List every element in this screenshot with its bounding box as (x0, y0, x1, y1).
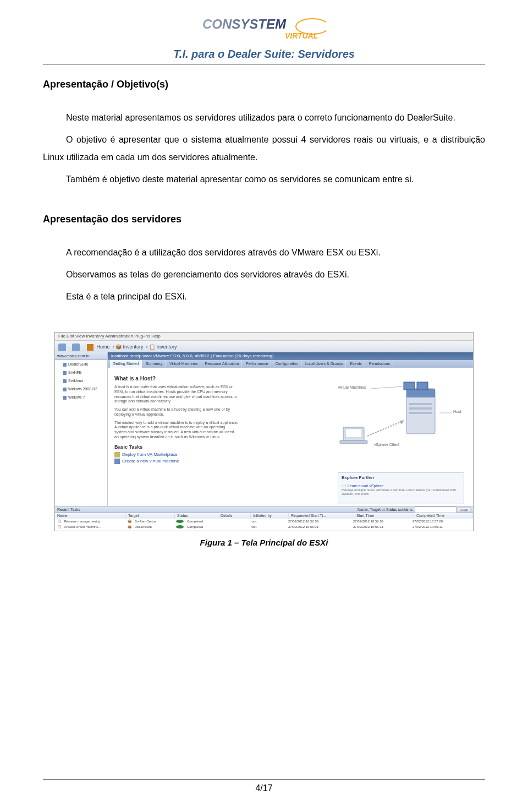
paragraph: O objetivo é apresentar que o sistema at… (43, 131, 485, 166)
breadcrumb-inventory[interactable]: Inventory (123, 344, 144, 350)
tab-configuration[interactable]: Configuration (272, 360, 301, 368)
host-title: localhost.maclp.local VMware ESXi, 5.0.0… (108, 352, 473, 360)
sidebar-root[interactable]: www.maclp.com.br (55, 352, 107, 360)
svg-marker-14 (399, 421, 404, 424)
page-header-title: T.I. para o Dealer Suite: Servidores (43, 48, 485, 61)
figure-caption: Figura 1 – Tela Principal do ESXi (43, 538, 485, 547)
breadcrumb-home[interactable]: Home (97, 344, 110, 350)
vm-icon (63, 388, 67, 391)
diagram-label-client: vSphere Client (374, 443, 399, 446)
svg-rect-11 (345, 429, 362, 438)
esxi-screenshot: File Edit View Inventory Administration … (54, 332, 474, 531)
svg-rect-7 (409, 412, 432, 414)
sidebar-item[interactable]: Widows 2008 R2 (55, 385, 107, 393)
col-target[interactable]: Target (126, 513, 175, 519)
paragraph: Também é objetivo deste material apresen… (43, 171, 485, 188)
status-ok-icon (176, 520, 184, 523)
sidebar-item[interactable]: Widows 7 (55, 393, 107, 401)
task-row[interactable]: 📋 Rename managed entity 📦 SrvAter-Certos… (55, 519, 473, 524)
paragraph: Esta é a tela principal do ESXi. (43, 288, 485, 306)
content-paragraph: The easiest way to add a virtual machine… (114, 421, 238, 440)
explore-further-panel: Explore Further 📄 Learn about vSphere Ma… (338, 472, 464, 504)
menubar[interactable]: File Edit View Inventory Administration … (55, 333, 473, 341)
content-paragraph: You can add a virtual machine to a host … (114, 407, 238, 417)
svg-rect-8 (404, 382, 415, 390)
vm-icon (63, 396, 67, 400)
diagram-label-host: Host (453, 410, 461, 413)
tasks-columns: Name Target Status Details Initiated by … (55, 513, 473, 519)
header-rule (43, 64, 485, 64)
logo: CONSYSTEM VIRTUAL (43, 17, 485, 43)
content-paragraph: A host is a computer that uses virtualiz… (114, 385, 238, 404)
tab-getting-started[interactable]: Getting Started (110, 360, 142, 368)
sidebar-item[interactable]: DealerSuite (55, 360, 107, 368)
vm-icon (63, 371, 67, 375)
deploy-icon (114, 452, 120, 457)
svg-line-15 (371, 386, 403, 389)
host-diagram: Virtual Machines Host vSphere Client (321, 379, 464, 450)
tab-events[interactable]: Events (347, 360, 365, 368)
tab-resource-allocation[interactable]: Resource Allocation (202, 360, 243, 368)
home-icon[interactable] (87, 344, 94, 351)
vm-icon (63, 363, 67, 367)
new-vm-icon (114, 459, 120, 464)
learn-vsphere-desc: Manage multiple hosts, eliminate downtim… (342, 488, 460, 496)
recent-tasks-heading: Recent Tasks (57, 506, 80, 513)
deploy-marketplace-link[interactable]: Deploy from VA Marketplace (114, 452, 466, 457)
diagram-label-vm: Virtual Machines (338, 385, 366, 389)
svg-rect-9 (417, 382, 428, 390)
svg-text:CONSYSTEM: CONSYSTEM (202, 17, 287, 31)
learn-vsphere-link[interactable]: 📄 Learn about vSphere Manage multiple ho… (342, 482, 460, 496)
task-row[interactable]: 📋 Answer virtual machine... 📦 DealerSuit… (55, 524, 473, 530)
sidebar-item[interactable]: SrvLinux (55, 377, 107, 385)
tab-virtual-machines[interactable]: Virtual Machines (167, 360, 201, 368)
explore-heading: Explore Further (342, 475, 460, 480)
toolbar[interactable]: Home › 📦 Inventory › 📋 Inventory (55, 341, 473, 353)
page-number: 4/17 (255, 783, 272, 793)
col-name[interactable]: Name (55, 513, 126, 519)
col-status[interactable]: Status (175, 513, 218, 519)
tab-performance[interactable]: Performance (243, 360, 271, 368)
breadcrumb-inventory-leaf[interactable]: Inventory (157, 344, 177, 350)
tasks-filter-input[interactable] (415, 506, 457, 513)
tab-summary[interactable]: Summary (143, 360, 166, 368)
col-initiated[interactable]: Initiated by (251, 513, 289, 519)
recent-tasks-panel: Recent Tasks Name, Target or Status cont… (55, 506, 473, 531)
svg-line-13 (367, 421, 404, 436)
svg-rect-5 (409, 403, 432, 405)
section-heading-objectives: Apresentação / Objetivo(s) (43, 79, 485, 90)
col-start[interactable]: Start Time (354, 513, 414, 519)
svg-rect-12 (340, 440, 367, 444)
forward-icon[interactable] (72, 344, 80, 351)
tab-permissions[interactable]: Permissions (366, 360, 393, 368)
paragraph: A recomendação é a utilização dos servid… (43, 244, 485, 261)
svg-text:VIRTUAL: VIRTUAL (285, 31, 318, 40)
status-ok-icon (176, 525, 184, 528)
svg-rect-6 (409, 407, 432, 410)
footer-rule (43, 780, 485, 780)
tab-strip: Getting Started Summary Virtual Machines… (108, 360, 473, 368)
col-completed[interactable]: Completed Time (414, 513, 473, 519)
tasks-filter-label: Name, Target or Status contains: (358, 508, 414, 511)
tab-local-users[interactable]: Local Users & Groups (302, 360, 346, 368)
sidebar-item[interactable]: SrvNFE (55, 368, 107, 377)
col-requested[interactable]: Requested Start Ti... (289, 513, 354, 519)
back-icon[interactable] (58, 344, 66, 351)
sidebar: www.maclp.com.br DealerSuite SrvNFE SrvL… (55, 352, 108, 506)
vm-icon (63, 379, 67, 383)
col-details[interactable]: Details (218, 513, 251, 519)
create-vm-link[interactable]: Create a new virtual machine (114, 459, 466, 464)
paragraph: Observamos as telas de gerenciamento dos… (43, 266, 485, 284)
section-heading-servers: Apresentação dos servidores (43, 214, 485, 225)
tasks-clear-button[interactable]: Clear (458, 508, 471, 512)
paragraph: Neste material apresentamos os servidore… (43, 109, 485, 127)
